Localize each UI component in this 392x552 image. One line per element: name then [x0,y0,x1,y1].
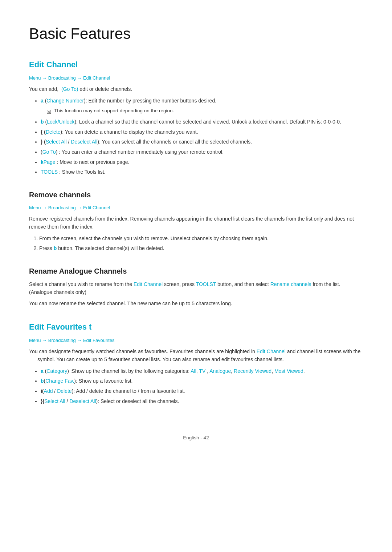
remove-channels-breadcrumb: Menu → Broadcasting → Edit Channel [29,204,363,211]
sel-all-link: Select All [44,398,65,404]
fav-key-a: a [41,368,44,374]
delete-link: Delete [46,129,60,135]
rename-channels-link: Rename channels [270,281,311,287]
tools-label: TOOLS [41,169,58,175]
rename-analogue-text2: You can now rename the selected channel.… [29,300,363,308]
fav-key-i: i( [41,388,44,394]
list-item: i(Add / Delete): Add / delete the channe… [41,387,363,395]
lock-unlock-link: Lock/Unlock [47,119,74,125]
note-icon: ☒ [46,108,51,116]
cat-all: All [191,368,196,374]
page-footer: English - 42 [29,434,363,442]
list-item: b(Change Fav.): Show up a favourite list… [41,377,363,385]
breadcrumb-arrow2: → [77,75,83,81]
cat-analogue: Analogue [209,368,231,374]
step-1: From the screen, select the channels you… [39,235,363,243]
breadcrumb-menu3: Menu [29,338,41,343]
add-link: Add [44,388,53,394]
breadcrumb-broadcasting2: Broadcasting [48,205,76,210]
page-title: Basic Features [29,22,363,45]
toolst-link: TOOLST [196,281,216,287]
select-all-link: Select All [46,139,67,145]
edit-channel-heading: Edit Channel [29,59,363,71]
edit-channel-breadcrumb: Menu → Broadcasting → Edit Channel [29,74,363,82]
key-a: a [41,98,44,104]
edit-channel-link2: Edit Channel [257,348,286,354]
edit-favourites-intro: You can designate frequently watched cha… [29,348,363,363]
breadcrumb-menu2: Menu [29,205,41,210]
list-item: (Go To) : You can enter a channel number… [41,148,363,156]
list-item: a (Category) :Show up the channel list b… [41,367,363,375]
cat-recently: Recently Viewed [234,368,271,374]
remove-channels-steps: From the screen, select the channels you… [29,235,363,253]
edit-channel-link: Edit Channel [134,281,163,287]
breadcrumb-edit-channel: Edit Channel [83,75,110,81]
key-b: b [41,119,44,125]
key-brace1: { ( [41,129,46,135]
goto-link2: Go To [42,149,56,155]
edit-channel-list: a (Change Number): Edit the number by pr… [29,97,363,176]
goto-link: (Go To) [61,86,78,92]
list-item: kPage : Move to next or previous page. [41,158,363,166]
list-item: }(Select All / Deselect All): Select or … [41,398,363,406]
fav-key-b: b [41,378,44,384]
note-box: ☒ This function may not support dependin… [46,107,363,116]
key-b-step: b [54,245,57,251]
change-fav-link: Change Fav. [45,378,74,384]
edit-favourites-heading: Edit Favourites t [29,321,363,333]
key-k: k [41,159,44,165]
rename-analogue-heading: Rename Analogue Channels [29,266,363,277]
breadcrumb-broadcasting: Broadcasting [48,75,76,81]
list-item: TOOLS : Show the Tools list. [41,168,363,176]
footer-text: English - 42 [183,435,209,440]
cat-most: Most Viewed [274,368,303,374]
step-2: Press b button. The selected channel(s) … [39,245,363,253]
desel-all-link: Deselect All [69,398,96,404]
list-item: b (Lock/Unlock): Lock a channel so that … [41,118,363,126]
cat-tv: TV [199,368,205,374]
edit-favourites-breadcrumb: Menu → Broadcasting → Edit Favourites [29,337,363,344]
breadcrumb-edit-channel2: Edit Channel [83,205,110,210]
breadcrumb-arrow1: → [42,75,48,81]
del-link: Delete [57,388,72,394]
change-number-link: Change Number [46,98,84,104]
list-item: { (Delete): You can delete a channel to … [41,128,363,136]
note-text: This function may not support depending … [54,107,174,115]
remove-channels-heading: Remove channels [29,189,363,201]
deselect-all-link: Deselect All [71,139,97,145]
remove-channels-intro: Remove registered channels from the inde… [29,215,363,231]
edit-channel-intro: You can add, (Go To) edit or delete chan… [29,85,363,93]
list-item: a (Change Number): Edit the number by pr… [41,97,363,116]
page-label: Page [44,159,56,165]
breadcrumb-edit-favourites: Edit Favourites [83,338,115,343]
edit-favourites-list: a (Category) :Show up the channel list b… [29,367,363,406]
rename-analogue-text1: Select a channel you wish to rename from… [29,281,363,296]
list-item: } (Select All / Deselect All): You can s… [41,138,363,146]
category-link: Category [46,368,67,374]
breadcrumb-menu: Menu [29,75,41,81]
key-brace2: } ( [41,139,46,145]
fav-key-brace: }( [41,398,44,404]
breadcrumb-broadcasting3: Broadcasting [48,338,76,343]
